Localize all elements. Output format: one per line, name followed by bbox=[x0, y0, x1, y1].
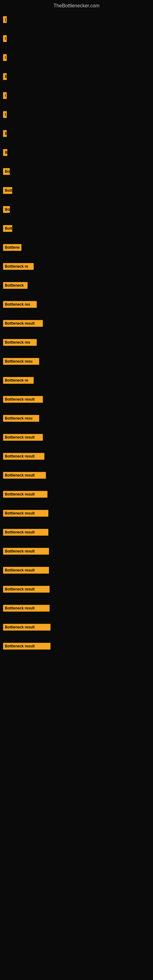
row-spacer bbox=[3, 24, 150, 35]
row-spacer bbox=[3, 213, 150, 225]
bar-label: Bo bbox=[3, 206, 10, 213]
row-spacer bbox=[3, 251, 150, 263]
list-item: Bottleneck result bbox=[3, 529, 150, 536]
list-item: Bottleneck bbox=[3, 282, 150, 289]
list-item: Bottleneck re bbox=[3, 377, 150, 384]
list-item: Bottleneck result bbox=[3, 491, 150, 498]
list-item: Bott bbox=[3, 225, 150, 232]
bar-label: Bottleneck result bbox=[3, 396, 43, 403]
bar-label: Bottleneck result bbox=[3, 320, 43, 327]
list-item: Bottleneck result bbox=[3, 548, 150, 555]
row-spacer bbox=[3, 100, 150, 111]
row-spacer bbox=[3, 479, 150, 491]
row-spacer bbox=[3, 498, 150, 510]
bar-label: Bottleneck result bbox=[3, 605, 49, 612]
row-spacer bbox=[3, 62, 150, 73]
list-item: I bbox=[3, 111, 150, 118]
bar-label: I bbox=[3, 92, 7, 99]
list-item: Bottleneck result bbox=[3, 624, 150, 630]
list-item: Bottleneck resu bbox=[3, 415, 150, 422]
bar-label: | bbox=[3, 16, 7, 23]
row-spacer bbox=[3, 156, 150, 168]
bar-label: Bottleneck result bbox=[3, 510, 48, 517]
list-item: Bottleneck resu bbox=[3, 358, 150, 365]
bar-label: Bottleneck result bbox=[3, 472, 46, 479]
bar-label: Bo bbox=[3, 168, 10, 175]
bar-label: Bottleneck result bbox=[3, 567, 49, 574]
list-item: I bbox=[3, 54, 150, 61]
list-item: I bbox=[3, 35, 150, 42]
row-spacer bbox=[3, 441, 150, 453]
row-spacer bbox=[3, 403, 150, 415]
row-spacer bbox=[3, 137, 150, 149]
list-item: Bottleneck result bbox=[3, 472, 150, 479]
bar-label: Bottleneck result bbox=[3, 529, 48, 536]
list-item: Bo bbox=[3, 206, 150, 213]
row-spacer bbox=[3, 574, 150, 586]
list-item: Bottlene bbox=[3, 244, 150, 251]
list-item: Bo bbox=[3, 168, 150, 175]
bar-label: I bbox=[3, 35, 7, 42]
bar-label: Bottleneck result bbox=[3, 624, 51, 630]
list-item: Bottleneck result bbox=[3, 605, 150, 612]
row-spacer bbox=[3, 593, 150, 605]
list-item: Bottleneck result bbox=[3, 434, 150, 441]
bar-label: Bottleneck result bbox=[3, 434, 43, 441]
bar-label: Bott bbox=[3, 187, 12, 194]
bar-label: Bottleneck result bbox=[3, 643, 51, 649]
row-spacer bbox=[3, 517, 150, 529]
list-item: Bottleneck res bbox=[3, 301, 150, 308]
list-item: E bbox=[3, 73, 150, 80]
bar-label: I bbox=[3, 54, 7, 61]
row-spacer bbox=[3, 384, 150, 396]
bar-label: Bottleneck resu bbox=[3, 415, 39, 422]
bar-label: Bottleneck bbox=[3, 282, 27, 289]
row-spacer bbox=[3, 422, 150, 434]
list-item: Bottleneck result bbox=[3, 453, 150, 460]
bar-label: Bottleneck result bbox=[3, 548, 49, 555]
list-item: Bottleneck res bbox=[3, 339, 150, 346]
bar-label: Bottleneck result bbox=[3, 586, 49, 593]
list-item: Bottleneck result bbox=[3, 643, 150, 649]
list-item: Bottleneck result bbox=[3, 320, 150, 327]
row-spacer bbox=[3, 309, 150, 320]
bar-label: Bottlene bbox=[3, 244, 21, 251]
bar-label: Bottleneck result bbox=[3, 491, 48, 498]
bar-label: B bbox=[3, 149, 7, 156]
row-spacer bbox=[3, 43, 150, 54]
row-spacer bbox=[3, 290, 150, 301]
row-spacer bbox=[3, 555, 150, 567]
list-item: Bottleneck result bbox=[3, 567, 150, 574]
rows-container: |IIEIIEBBoBottBoBottBottleneBottleneck r… bbox=[0, 10, 153, 656]
row-spacer bbox=[3, 270, 150, 282]
bar-label: Bottleneck res bbox=[3, 339, 37, 346]
bar-label: Bottleneck result bbox=[3, 453, 45, 460]
bar-label: Bottleneck re bbox=[3, 263, 33, 270]
bar-label: Bottleneck res bbox=[3, 301, 37, 308]
bar-label: Bottleneck re bbox=[3, 377, 33, 384]
bar-label: E bbox=[3, 130, 7, 137]
row-spacer bbox=[3, 194, 150, 206]
row-spacer bbox=[3, 460, 150, 472]
list-item: | bbox=[3, 16, 150, 23]
row-spacer bbox=[3, 119, 150, 130]
bar-label: Bott bbox=[3, 225, 12, 232]
list-item: Bott bbox=[3, 187, 150, 194]
bar-label: Bottleneck resu bbox=[3, 358, 39, 365]
list-item: B bbox=[3, 149, 150, 156]
list-item: E bbox=[3, 130, 150, 137]
row-spacer bbox=[3, 612, 150, 624]
bar-label: I bbox=[3, 111, 7, 118]
row-spacer bbox=[3, 346, 150, 358]
list-item: Bottleneck result bbox=[3, 586, 150, 593]
row-spacer bbox=[3, 328, 150, 339]
row-spacer bbox=[3, 536, 150, 548]
row-spacer bbox=[3, 631, 150, 643]
list-item: I bbox=[3, 92, 150, 99]
list-item: Bottleneck result bbox=[3, 396, 150, 403]
row-spacer bbox=[3, 175, 150, 187]
row-spacer bbox=[3, 365, 150, 377]
list-item: Bottleneck result bbox=[3, 510, 150, 517]
bar-label: E bbox=[3, 73, 7, 80]
row-spacer bbox=[3, 232, 150, 244]
